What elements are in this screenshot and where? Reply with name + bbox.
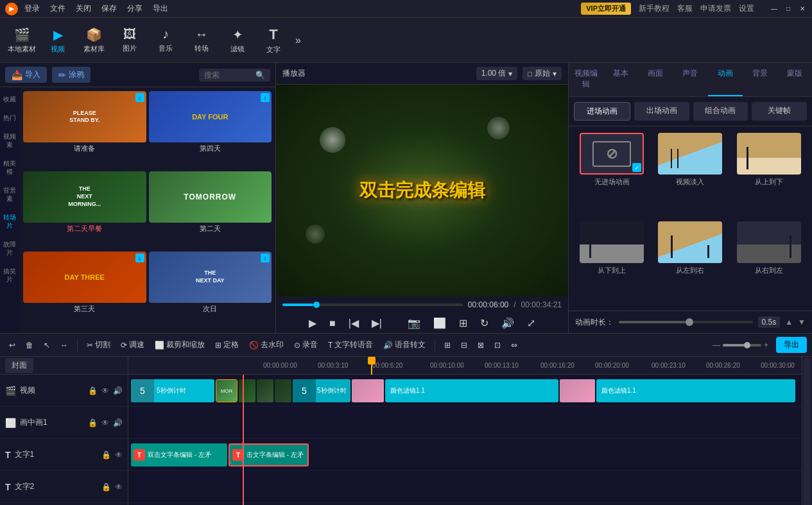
toolbar-music[interactable]: ♪ 音乐 — [149, 21, 182, 60]
sidebar-item-transition[interactable]: 转场片 — [0, 210, 19, 232]
clip-small2[interactable] — [257, 379, 273, 402]
menu-save[interactable]: 保存 — [101, 3, 117, 14]
clip-countdown1[interactable]: 5 5秒倒计时 — [131, 379, 214, 402]
clip-small3[interactable] — [275, 379, 291, 402]
video-audio-icon[interactable]: 🔊 — [113, 386, 123, 395]
toolbar-local-media[interactable]: 🎬 本地素材 — [5, 21, 39, 60]
media-item-standby[interactable]: PLEASESTAND BY. ↓ 请准备 — [23, 91, 146, 169]
clip-filter1[interactable]: 颜色滤镜1.1 — [385, 379, 558, 402]
freeze-button[interactable]: ⊞ 定格 — [211, 338, 243, 352]
sidebar-item-video[interactable]: 视频素 — [0, 130, 19, 151]
video-eye-icon[interactable]: 👁 — [101, 386, 109, 395]
export-button[interactable]: 导出 — [776, 337, 807, 353]
anim-item-fadein[interactable]: 视频淡入 — [653, 133, 727, 216]
text2-lock-icon[interactable]: 🔒 — [101, 483, 111, 492]
zoom-in-icon[interactable]: + — [764, 341, 768, 350]
sidebar-item-funny[interactable]: 搞笑片 — [0, 264, 19, 286]
stop-button[interactable]: ■ — [325, 316, 340, 330]
pip-audio-icon[interactable]: 🔊 — [113, 418, 123, 427]
toolbar-materials[interactable]: 📦 素材库 — [77, 21, 110, 60]
capture-button[interactable]: 📷 — [404, 316, 424, 330]
invoice-link[interactable]: 申请发票 — [700, 3, 731, 14]
duration-up-icon[interactable]: ▲ — [785, 318, 793, 327]
clip-text1-1[interactable]: T 双击文字条编辑 - 左矛 — [131, 443, 227, 466]
paint-button[interactable]: ✏ 涂鸦 — [52, 67, 91, 83]
sidebar-item-collect[interactable]: 收藏 — [2, 92, 17, 106]
media-item-nextday[interactable]: THENEXT DAY ↓ 次日 — [149, 252, 272, 329]
import-button[interactable]: 📥 导入 — [5, 67, 47, 83]
video-lock-icon[interactable]: 🔒 — [88, 386, 98, 395]
cut-button[interactable]: ✂ 切割 — [83, 338, 114, 352]
tab-mask[interactable]: 蒙版 — [777, 63, 812, 96]
menu-close[interactable]: 关闭 — [76, 3, 91, 14]
text2speech-button[interactable]: T 文字转语音 — [324, 338, 377, 352]
toolbar-text[interactable]: T 文字 — [257, 21, 290, 60]
timeline-content[interactable]: 00:00:00:00 00:00:3:10 00:00:6:20 00:00:… — [128, 357, 802, 505]
tab-sound[interactable]: 声音 — [673, 63, 707, 96]
crop-button[interactable]: ⬜ 裁剪和缩放 — [151, 338, 209, 352]
split-button[interactable]: ⊞ — [455, 316, 471, 330]
tab-background[interactable]: 背景 — [743, 63, 777, 96]
play-button[interactable]: ▶ — [305, 316, 320, 330]
vertical-scrollbar[interactable] — [802, 357, 812, 505]
vip-button[interactable]: VIP立即开通 — [581, 3, 631, 15]
media-item-day4[interactable]: DAY FOUR ↓ 第四天 — [149, 91, 272, 169]
duration-slider[interactable] — [619, 321, 753, 323]
anim-tab-exit[interactable]: 出场动画 — [634, 102, 689, 121]
anim-item-rightleft[interactable]: 从右到左 — [732, 221, 806, 305]
clip-filter2[interactable]: 颜色滤镜1.1 — [596, 379, 795, 402]
maximize-button[interactable]: □ — [784, 4, 793, 13]
duration-down-icon[interactable]: ▼ — [798, 318, 806, 327]
text1-eye-icon[interactable]: 👁 — [115, 450, 123, 459]
close-button[interactable]: ✕ — [798, 4, 807, 13]
anim-item-topbottom[interactable]: 从上到下 — [732, 133, 806, 216]
toolbar-more-button[interactable]: » — [293, 32, 304, 49]
sidebar-item-template[interactable]: 精美模 — [0, 157, 19, 178]
mode-control[interactable]: □ 原始 ▾ — [523, 67, 562, 80]
extra-btn3[interactable]: ⊡ — [490, 339, 505, 352]
settings-link[interactable]: 设置 — [739, 3, 754, 14]
clip-tomorrow-thumb[interactable]: MOR — [216, 379, 238, 402]
extra-btn4[interactable]: ⇔ — [507, 339, 521, 352]
pip-eye-icon[interactable]: 👁 — [101, 418, 109, 427]
anim-item-leftright[interactable]: 从左到右 — [653, 221, 727, 305]
anim-tab-keyframe[interactable]: 关键帧 — [752, 102, 807, 121]
prev-frame-button[interactable]: |◀ — [345, 316, 363, 330]
tutorials-link[interactable]: 新手教程 — [639, 3, 669, 14]
toolbar-filter[interactable]: ✦ 滤镜 — [221, 21, 254, 60]
extra-btn1[interactable]: ⊟ — [457, 339, 471, 352]
support-link[interactable]: 客服 — [677, 3, 693, 14]
pip-lock-icon[interactable]: 🔒 — [88, 418, 98, 427]
delete-button[interactable]: 🗑 — [22, 339, 37, 352]
clip-pink2[interactable] — [560, 379, 595, 402]
toolbar-transition[interactable]: ↔ 转场 — [185, 21, 218, 60]
media-item-tomorrow[interactable]: TOMORROW 第二天 — [149, 171, 272, 249]
clip-pink1[interactable] — [352, 379, 384, 402]
move-button[interactable]: ↔ — [56, 339, 72, 352]
toolbar-images[interactable]: 🖼 图片 — [113, 21, 146, 60]
menu-share[interactable]: 分享 — [127, 3, 143, 14]
volume-button[interactable]: 🔊 — [497, 316, 518, 330]
watermark-button[interactable]: 🚫 去水印 — [245, 338, 288, 352]
clip-text1-2[interactable]: T 击文字条编辑 - 左矛 ✂ — [229, 443, 309, 466]
resize-button[interactable]: ⤢ — [523, 316, 539, 330]
media-item-day3[interactable]: DAY THREE ↓ 第三天 — [23, 252, 146, 329]
speed-control[interactable]: 1.00 倍 ▾ — [476, 67, 518, 80]
menu-export[interactable]: 导出 — [153, 3, 168, 14]
undo-button[interactable]: ↩ — [5, 339, 19, 352]
loop-button[interactable]: ↻ — [476, 316, 492, 330]
record-button[interactable]: ⊙ 录音 — [290, 338, 322, 352]
time-slider[interactable] — [282, 304, 463, 306]
clip-small1[interactable] — [239, 379, 255, 402]
select-button[interactable]: ↖ — [40, 339, 54, 352]
zoom-out-icon[interactable]: — — [713, 341, 720, 350]
tab-basic[interactable]: 基本 — [603, 63, 638, 96]
speech2text-button[interactable]: 🔊 语音转文 — [379, 338, 429, 352]
sidebar-item-glitch[interactable]: 故障片 — [0, 237, 19, 259]
zoom-slider[interactable] — [723, 344, 761, 347]
more-tools-btn[interactable]: ⊞ — [440, 339, 454, 352]
fullscreen-button[interactable]: ⬜ — [429, 316, 450, 330]
tab-animation[interactable]: 动画 — [708, 63, 743, 96]
tab-picture[interactable]: 画面 — [638, 63, 673, 96]
tab-video-edit[interactable]: 视频编辑 — [569, 63, 603, 96]
